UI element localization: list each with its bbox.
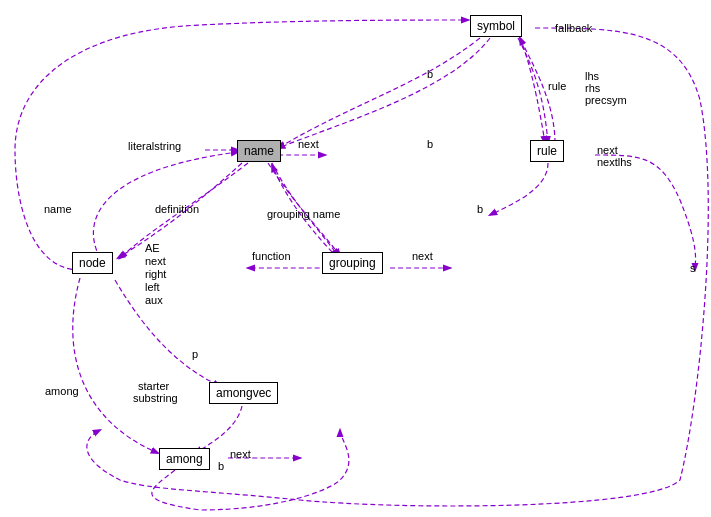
edge-amongvec-among [195, 406, 242, 453]
node-amongvec[interactable]: amongvec [209, 382, 278, 404]
label-right: right [145, 268, 166, 280]
label-literalstring: literalstring [128, 140, 181, 152]
label-ae: AE [145, 242, 160, 254]
label-aux: aux [145, 294, 163, 306]
edge-rule-next [595, 155, 696, 270]
edge-symbol-rule2 [505, 20, 545, 143]
label-lhs: lhs [585, 70, 599, 82]
label-name-node: name [44, 203, 72, 215]
node-node[interactable]: node [72, 252, 113, 274]
label-substring: substring [133, 392, 178, 404]
label-next-grouping: next [412, 250, 433, 262]
label-rhs: rhs [585, 82, 600, 94]
label-next-among: next [230, 448, 251, 460]
label-nextlhs: nextlhs [597, 156, 632, 168]
label-p: p [192, 348, 198, 360]
edge-node-amongvec [115, 280, 220, 386]
label-s: s [690, 262, 696, 274]
label-rule: rule [548, 80, 566, 92]
label-precsym: precsym [585, 94, 627, 106]
label-next-name: next [298, 138, 319, 150]
label-next-rule: next [597, 144, 618, 156]
label-among: among [45, 385, 79, 397]
label-b-top: b [427, 68, 433, 80]
label-b-mid: b [427, 138, 433, 150]
edge-symbol-name2 [278, 38, 480, 148]
node-symbol[interactable]: symbol [470, 15, 522, 37]
label-left: left [145, 281, 160, 293]
label-definition: definition [155, 203, 199, 215]
label-next-node: next [145, 255, 166, 267]
label-fallback: fallback [555, 22, 592, 34]
edge-among-b [152, 430, 349, 510]
label-starter: starter [138, 380, 169, 392]
label-function: function [252, 250, 291, 262]
label-b-right: b [477, 203, 483, 215]
node-grouping[interactable]: grouping [322, 252, 383, 274]
node-rule[interactable]: rule [530, 140, 564, 162]
graph-container: symbol name rule node grouping amongvec … [0, 0, 711, 517]
edge-rule-b [490, 163, 548, 215]
label-b-bottom: b [218, 460, 224, 472]
edge-symbol-rule-lhs [518, 38, 548, 143]
node-among[interactable]: among [159, 448, 210, 470]
label-grouping-name: grouping name [267, 208, 340, 220]
node-name[interactable]: name [237, 140, 281, 162]
edge-symbol-name [278, 38, 490, 148]
